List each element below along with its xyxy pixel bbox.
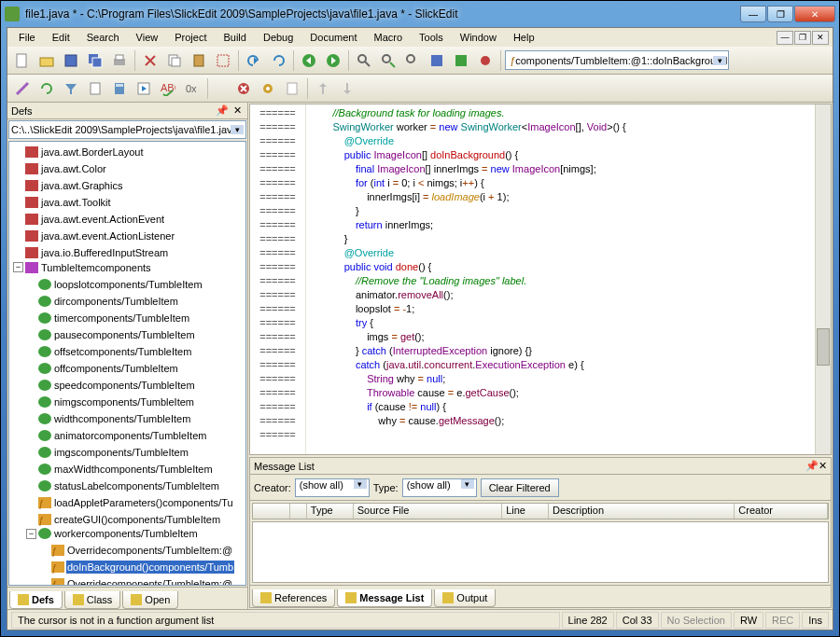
vertical-scrollbar[interactable] [815,104,831,454]
reformat-icon[interactable] [450,49,472,72]
tree-worker-child[interactable]: Overridecomponents/TumbleItem:@ [39,577,233,586]
titlebar[interactable]: file1.java * - C:\Program Files\SlickEdi… [1,1,839,27]
menu-document[interactable]: Document [302,30,364,45]
tree-worker-child[interactable]: doInBackground()components/Tumb [39,561,234,574]
delete-icon[interactable] [232,77,255,100]
menu-build[interactable]: Build [216,30,253,45]
left-tab-open[interactable]: Open [122,591,178,609]
message-list-body[interactable] [252,521,829,583]
print-icon[interactable] [108,49,131,72]
menu-window[interactable]: Window [453,30,504,45]
open-file-icon[interactable] [35,49,58,72]
menu-search[interactable]: Search [79,30,127,45]
tree-worker[interactable]: −workercomponents/TumbleItem [26,527,199,540]
msg-col-creator[interactable]: Creator [735,504,828,519]
hex-icon[interactable]: 0x [181,77,203,100]
new-file-icon[interactable] [11,49,34,72]
config-icon[interactable] [474,49,497,72]
type-select[interactable]: (show all) [402,478,477,497]
tree-field[interactable]: nimgscomponents/TumbleItem [26,395,195,409]
clear-filtered-button[interactable]: Clear Filtered [481,478,559,497]
left-tab-defs[interactable]: Defs [9,591,63,609]
replace-icon[interactable] [401,49,424,72]
creator-select[interactable]: (show all) [295,478,370,497]
select-all-icon[interactable] [212,49,234,72]
tree-import[interactable]: java.io.BufferedInputStream [13,246,169,259]
tree-import[interactable]: java.awt.event.ActionListener [13,229,175,242]
doc2-icon[interactable] [281,77,303,100]
filter-icon[interactable] [60,77,82,100]
find-next-icon[interactable] [377,49,399,72]
defs-path-combo[interactable]: C:\..\SlickEdit 2009\SampleProjects\java… [8,120,246,139]
tree-field[interactable]: offcomponents/TumbleItem [26,362,179,375]
menu-view[interactable]: View [129,30,166,45]
redo-icon[interactable] [267,49,289,72]
wizard-icon[interactable] [11,77,34,100]
close-button[interactable]: ✕ [794,6,835,22]
code-editor[interactable]: ========================================… [249,104,832,455]
find-icon[interactable] [353,49,375,72]
menu-debug[interactable]: Debug [256,30,301,45]
pin-icon[interactable]: 📌 [216,104,229,118]
close-pane-icon[interactable]: ✕ [819,460,827,472]
menu-help[interactable]: Help [506,30,542,45]
tree-class[interactable]: −TumbleItemcomponents [13,261,152,274]
msg-col-source file[interactable]: Source File [354,504,502,519]
minimize-button[interactable]: — [740,6,766,22]
defs-pane-title[interactable]: Defs 📌 ✕ [7,103,247,119]
tree-field[interactable]: widthcomponents/TumbleItem [26,412,191,425]
defs-tree[interactable]: java.awt.BorderLayoutjava.awt.Colorjava.… [8,141,246,586]
bottom-tab-references[interactable]: References [252,589,335,607]
save-all-icon[interactable] [84,49,106,72]
scrollbar-thumb[interactable] [817,328,830,366]
commit-icon[interactable] [312,77,334,100]
cut-icon[interactable] [139,49,161,72]
gear-icon[interactable] [257,77,279,100]
tree-field[interactable]: imgscomponents/TumbleItem [26,446,189,459]
tree-field[interactable]: animatorcomponents/TumbleItem [26,429,207,442]
tree-field[interactable]: speedcomponents/TumbleItem [26,379,196,392]
paste-icon[interactable] [188,49,210,72]
editor-code[interactable]: //Background task for loading images. Sw… [306,104,815,454]
tree-field[interactable]: loopslotcomponents/TumbleItem [26,278,203,291]
tree-field[interactable]: maxWidthcomponents/TumbleItem [26,463,214,476]
tree-import[interactable]: java.awt.Toolkit [13,196,112,209]
bottom-tab-message-list[interactable]: Message List [337,589,432,607]
msg-col-description[interactable]: Description [549,504,735,519]
forward-icon[interactable] [322,49,344,72]
msg-col-line[interactable]: Line [502,504,549,519]
tree-import[interactable]: java.awt.BorderLayout [13,145,144,159]
back-icon[interactable] [298,49,320,72]
left-tab-class[interactable]: Class [64,591,121,609]
msg-col-blank[interactable] [290,504,307,519]
tree-import[interactable]: java.awt.Color [13,162,107,175]
bottom-tab-output[interactable]: Output [434,589,496,607]
msg-col-type[interactable]: Type [307,504,354,519]
message-list-header[interactable]: TypeSource FileLineDescriptionCreator [252,503,829,519]
pin-icon[interactable]: 📌 [805,460,819,472]
mdi-minimize-button[interactable]: — [777,31,793,45]
tree-import[interactable]: java.awt.event.ActionEvent [13,213,165,226]
spellcheck-icon[interactable]: ABC [157,77,179,100]
run-icon[interactable] [133,77,155,100]
tree-method[interactable]: createGUI()components/TumbleItem [26,513,221,526]
tree-field[interactable]: dircomponents/TumbleItem [26,295,179,308]
menu-tools[interactable]: Tools [412,30,451,45]
refresh-icon[interactable] [35,77,58,100]
doc-icon[interactable] [84,77,106,100]
save-icon[interactable] [60,49,82,72]
tree-import[interactable]: java.awt.Graphics [13,179,123,192]
tree-method[interactable]: loadAppletParameters()components/Tu [26,496,234,509]
menu-file[interactable]: File [11,30,43,45]
tree-field[interactable]: pausecomponents/TumbleItem [26,328,196,341]
menu-project[interactable]: Project [167,30,214,45]
menu-edit[interactable]: Edit [45,30,77,45]
tree-field[interactable]: statusLabelcomponents/TumbleItem [26,479,220,492]
maximize-button[interactable]: ❐ [767,6,793,22]
tree-worker-child[interactable]: Overridecomponents/TumbleItem:@ [39,544,233,557]
msg-col-blank[interactable] [253,504,290,519]
close-pane-icon[interactable]: ✕ [231,104,244,118]
find-in-files-icon[interactable] [426,49,448,72]
tree-field[interactable]: offsetcomponents/TumbleItem [26,345,192,358]
mdi-restore-button[interactable]: ❐ [794,31,811,45]
